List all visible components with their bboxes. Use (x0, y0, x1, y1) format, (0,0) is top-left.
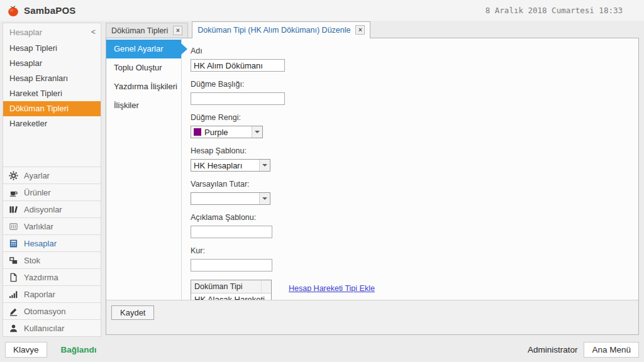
chevron-down-icon (259, 193, 270, 204)
books-icon (8, 204, 19, 214)
grid-header-dokuman-tipi: Doküman Tipi (191, 280, 261, 293)
module-kullanicilar[interactable]: Kullanıcılar (3, 319, 101, 336)
module-raporlar[interactable]: Raporlar (3, 285, 101, 302)
module-label: Raporlar (24, 290, 55, 299)
module-label: Yazdırma (24, 273, 58, 282)
button-header-label: Düğme Başlığı: (191, 80, 638, 89)
editor-subnav: Genel Ayarlar Toplu Oluştur Yazdırma İli… (106, 38, 182, 300)
sidebar-section-header: Hesaplar < (3, 23, 101, 41)
pencil-icon (8, 306, 19, 316)
subnav-iliskiler[interactable]: İlişkiler (106, 96, 181, 115)
tab-close-icon[interactable]: × (173, 26, 182, 35)
account-template-value: HK Hesapları (194, 161, 242, 170)
chevron-down-icon (252, 126, 262, 138)
tab-dokuman-tipleri[interactable]: Döküman Tipleri × (106, 23, 188, 38)
module-label: Ürünler (24, 188, 51, 197)
module-adisyonlar[interactable]: Adisyonlar (3, 200, 101, 217)
color-swatch (194, 128, 201, 136)
module-label: Varlıklar (24, 222, 53, 231)
editor-form: Adı Düğme Başlığı: Düğme Rengi: Purple (182, 38, 638, 300)
module-label: Hesaplar (24, 239, 57, 248)
grid-header-spacer (261, 280, 271, 293)
name-label: Adı (191, 47, 638, 55)
sidebar-item-dokuman-tipleri[interactable]: Döküman Tipleri (3, 101, 101, 116)
abacus-icon (8, 221, 19, 231)
main-area: Döküman Tipleri × Doküman Tipi (HK Alım … (106, 21, 639, 335)
tab-label: Döküman Tipleri (111, 26, 168, 35)
editor-footer: Kaydet (106, 300, 638, 334)
collapse-chevron-icon[interactable]: < (91, 28, 96, 36)
logged-in-user: Administrator (528, 345, 578, 354)
subnav-label: Yazdırma İlişkileri (114, 82, 177, 91)
transaction-type-grid[interactable]: Doküman Tipi HK Alacak Hareketi (191, 280, 272, 300)
sidebar-item-hareketler[interactable]: Hareketler (3, 116, 101, 131)
sidebar-section-title: Hesaplar (9, 28, 42, 37)
top-bar: SambaPOS 8 Aralık 2018 Cumartesi 18:33 (0, 0, 644, 21)
app-title: SambaPOS (24, 5, 75, 16)
description-template-label: Açıklama Şablonu: (191, 213, 638, 222)
calculator-icon (8, 238, 19, 248)
module-label: Kullanıcılar (24, 324, 64, 333)
tab-label: Doküman Tipi (HK Alım Dökümanı) Düzenle (197, 26, 350, 35)
button-color-select[interactable]: Purple (191, 126, 263, 138)
add-transaction-type-link[interactable]: Hesap Hareketi Tipi Ekle (289, 284, 375, 293)
bar-chart-icon (8, 289, 19, 299)
editor-panel: Genel Ayarlar Toplu Oluştur Yazdırma İli… (106, 38, 639, 335)
module-label: Adisyonlar (24, 205, 62, 214)
tab-close-icon[interactable]: × (355, 25, 365, 35)
selected-arrow (181, 43, 187, 55)
coffee-cup-icon (8, 187, 19, 197)
module-label: Otomasyon (24, 307, 65, 316)
tab-strip: Döküman Tipleri × Doküman Tipi (HK Alım … (106, 21, 639, 38)
clock-datetime: 8 Aralık 2018 Cumartesi 18:33 (486, 6, 638, 15)
module-label: Stok (24, 256, 40, 265)
subnav-yazdirma-iliskileri[interactable]: Yazdırma İlişkileri (106, 77, 181, 96)
module-stok[interactable]: Stok (3, 251, 101, 268)
sidebar-item-hareket-tipleri[interactable]: Hareket Tipleri (3, 86, 101, 101)
status-bar: Klavye Bağlandı Administrator Ana Menü (0, 337, 644, 362)
module-label: Ayarlar (24, 171, 50, 180)
sidebar-item-hesap-tipleri[interactable]: Hesap Tipleri (3, 41, 101, 56)
user-icon (8, 323, 19, 333)
exchange-rate-label: Kur: (191, 246, 638, 255)
grid-header-row: Doküman Tipi (191, 280, 271, 293)
description-template-input[interactable] (191, 226, 272, 238)
default-amount-label: Varsayılan Tutar: (191, 180, 638, 189)
main-menu-button[interactable]: Ana Menü (584, 342, 639, 358)
module-varliklar[interactable]: Varlıklar (3, 217, 101, 234)
subnav-label: Toplu Oluştur (114, 63, 162, 72)
grid-row-hk-alacak-hareketi[interactable]: HK Alacak Hareketi (191, 293, 271, 300)
gear-icon (8, 170, 19, 180)
boxes-icon (8, 255, 19, 265)
left-sidebar: Hesaplar < Hesap Tipleri Hesaplar Hesap … (3, 23, 101, 337)
module-ayarlar[interactable]: Ayarlar (3, 167, 101, 184)
save-button[interactable]: Kaydet (111, 305, 154, 320)
button-color-label: Düğme Rengi: (191, 113, 638, 122)
module-hesaplar[interactable]: Hesaplar (3, 234, 101, 251)
subnav-label: Genel Ayarlar (114, 44, 164, 53)
module-urunler[interactable]: Ürünler (3, 184, 101, 200)
button-header-input[interactable] (191, 92, 285, 105)
grid-links: Hesap Hareketi Tipi Ekle Hesap Hareketi … (289, 284, 375, 300)
sidebar-item-hesap-ekranlari[interactable]: Hesap Ekranları (3, 71, 101, 86)
tab-dokuman-tipi-duzenle[interactable]: Doküman Tipi (HK Alım Dökümanı) Düzenle … (192, 21, 370, 38)
keyboard-button[interactable]: Klavye (5, 342, 47, 358)
sidebar-item-hesaplar[interactable]: Hesaplar (3, 56, 101, 71)
app-logo: SambaPOS (6, 4, 75, 18)
chevron-down-icon (259, 160, 270, 171)
subnav-toplu-olustur[interactable]: Toplu Oluştur (106, 58, 181, 77)
button-color-value: Purple (204, 128, 228, 137)
module-yazdirma[interactable]: Yazdırma (3, 268, 101, 285)
default-amount-select[interactable] (191, 192, 270, 205)
exchange-rate-input[interactable] (191, 259, 272, 272)
subnav-genel-ayarlar[interactable]: Genel Ayarlar (106, 40, 181, 58)
subnav-label: İlişkiler (114, 101, 139, 110)
document-icon (8, 272, 19, 282)
account-template-select[interactable]: HK Hesapları (191, 159, 270, 172)
sambapos-tomato-icon (6, 4, 20, 18)
account-template-label: Hesap Şablonu: (191, 146, 638, 155)
module-otomasyon[interactable]: Otomasyon (3, 302, 101, 319)
connection-status: Bağlandı (61, 345, 97, 354)
name-input[interactable] (191, 59, 285, 72)
